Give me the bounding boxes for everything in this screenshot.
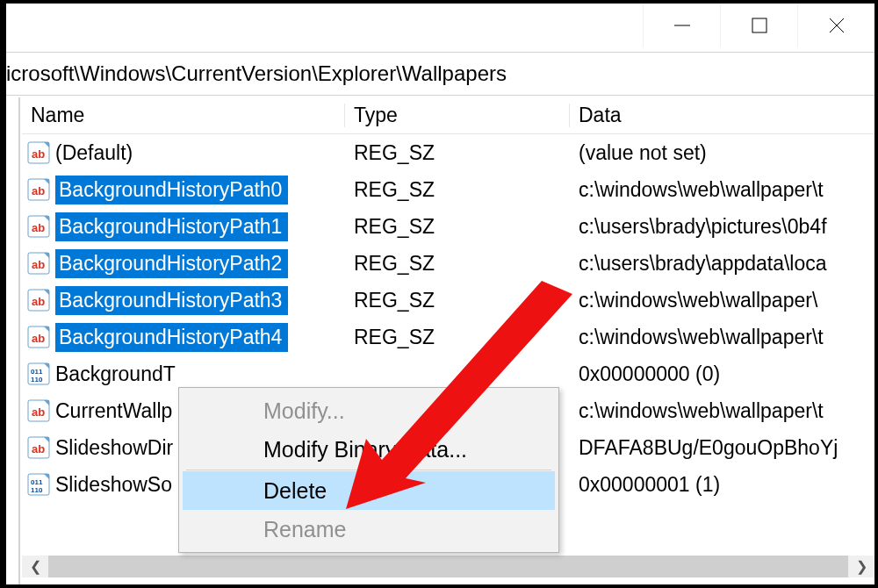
data-cell: DFAFA8BUg/E0gouOpBhoYj (570, 436, 874, 460)
value-name: BackgroundT (55, 362, 176, 386)
scroll-track[interactable] (48, 556, 848, 577)
binary-value-icon: 011110 (27, 473, 50, 496)
data-cell: c:\windows\web\wallpaper\t (570, 178, 874, 202)
value-name: SlideshowDir (55, 436, 173, 460)
maximize-button[interactable] (720, 4, 797, 47)
svg-text:ab: ab (32, 332, 45, 345)
svg-text:ab: ab (32, 221, 45, 234)
ctx-delete[interactable]: Delete (183, 471, 555, 510)
data-cell: (value not set) (570, 141, 874, 165)
string-value-icon: ab (27, 436, 50, 459)
header-type[interactable]: Type (345, 104, 570, 127)
type-cell: REG_SZ (345, 215, 570, 239)
name-cell: abBackgroundHistoryPath2 (22, 249, 345, 278)
window-controls (643, 4, 874, 47)
name-cell: abBackgroundHistoryPath0 (22, 176, 345, 204)
column-headers[interactable]: Name Type Data (22, 97, 874, 134)
table-row[interactable]: abBackgroundHistoryPath3REG_SZc:\windows… (22, 282, 874, 319)
svg-text:ab: ab (32, 405, 45, 419)
name-cell: abBackgroundHistoryPath3 (22, 286, 345, 315)
regedit-window: icrosoft\Windows\CurrentVersion\Explorer… (4, 2, 876, 586)
table-row[interactable]: abBackgroundHistoryPath4REG_SZc:\windows… (22, 319, 874, 355)
minimize-button[interactable] (643, 4, 720, 47)
scroll-thumb[interactable] (48, 556, 848, 577)
name-cell: abBackgroundHistoryPath4 (22, 323, 345, 352)
string-value-icon: ab (27, 326, 50, 348)
value-name: BackgroundHistoryPath2 (55, 249, 288, 278)
svg-text:ab: ab (32, 442, 45, 455)
tree-splitter[interactable] (6, 97, 20, 584)
ctx-modify-binary-label: Modify Binary Data... (263, 437, 467, 462)
list-bottom-gap (22, 577, 874, 584)
close-button[interactable] (797, 4, 874, 47)
type-cell: REG_SZ (345, 252, 570, 276)
table-row[interactable]: abBackgroundHistoryPath0REG_SZc:\windows… (22, 171, 874, 208)
value-name: BackgroundHistoryPath0 (55, 176, 288, 204)
string-value-icon: ab (27, 252, 50, 275)
data-cell: c:\windows\web\wallpaper\t (570, 399, 874, 423)
svg-text:ab: ab (32, 147, 45, 161)
value-name: SlideshowSo (55, 473, 172, 497)
header-data[interactable]: Data (570, 104, 874, 127)
data-cell: c:\users\brady\appdata\loca (570, 252, 874, 276)
ctx-separator (186, 470, 551, 470)
table-row[interactable]: ab(Default)REG_SZ(value not set) (22, 134, 874, 171)
horizontal-scrollbar[interactable]: ❮ ❯ (22, 556, 874, 577)
name-cell: 011110BackgroundT (22, 362, 345, 386)
scroll-left-button[interactable]: ❮ (22, 556, 48, 577)
table-row[interactable]: abBackgroundHistoryPath1REG_SZc:\users\b… (22, 208, 874, 245)
string-value-icon: ab (27, 141, 50, 164)
string-value-icon: ab (27, 289, 50, 312)
svg-text:ab: ab (32, 184, 45, 197)
ctx-modify[interactable]: Modify... (183, 391, 555, 430)
type-cell: REG_SZ (345, 289, 570, 312)
scroll-right-button[interactable]: ❯ (848, 556, 874, 577)
svg-text:ab: ab (32, 295, 45, 308)
name-cell: abBackgroundHistoryPath1 (22, 212, 345, 241)
svg-text:ab: ab (32, 258, 45, 271)
svg-text:110: 110 (31, 376, 43, 384)
data-cell: c:\windows\web\wallpaper\t (570, 326, 874, 349)
type-cell: REG_SZ (345, 326, 570, 349)
data-cell: 0x00000001 (1) (570, 473, 874, 497)
header-name[interactable]: Name (22, 104, 345, 127)
title-bar (6, 4, 874, 53)
maximize-icon (721, 4, 797, 47)
svg-text:110: 110 (31, 486, 43, 494)
string-value-icon: ab (27, 215, 50, 238)
svg-rect-1 (752, 18, 766, 32)
address-text: icrosoft\Windows\CurrentVersion\Explorer… (6, 61, 507, 86)
value-name: BackgroundHistoryPath1 (55, 212, 288, 241)
chevron-right-icon: ❯ (856, 558, 867, 575)
close-icon (798, 4, 874, 47)
svg-text:011: 011 (31, 368, 43, 376)
context-menu: Modify... Modify Binary Data... Delete R… (178, 387, 559, 553)
string-value-icon: ab (27, 399, 50, 422)
type-cell: REG_SZ (345, 141, 570, 165)
name-cell: ab(Default) (22, 141, 345, 165)
ctx-modify-label: Modify... (263, 398, 345, 423)
type-cell: REG_SZ (345, 178, 570, 202)
value-name: BackgroundHistoryPath4 (55, 323, 288, 352)
table-row[interactable]: abBackgroundHistoryPath2REG_SZc:\users\b… (22, 245, 874, 282)
binary-value-icon: 011110 (27, 362, 50, 385)
ctx-rename-label: Rename (263, 517, 347, 541)
data-cell: c:\users\brady\pictures\0b4f (570, 215, 874, 239)
ctx-modify-binary[interactable]: Modify Binary Data... (183, 430, 555, 469)
string-value-icon: ab (27, 178, 50, 201)
ctx-rename[interactable]: Rename (183, 510, 555, 549)
value-name: CurrentWallp (55, 399, 172, 423)
value-name: (Default) (55, 141, 133, 165)
chevron-left-icon: ❮ (30, 558, 41, 575)
value-name: BackgroundHistoryPath3 (55, 286, 288, 315)
address-bar[interactable]: icrosoft\Windows\CurrentVersion\Explorer… (6, 53, 874, 96)
minimize-icon (644, 4, 720, 47)
svg-text:011: 011 (31, 478, 43, 486)
data-cell: 0x00000000 (0) (570, 362, 874, 386)
ctx-delete-label: Delete (263, 478, 327, 503)
data-cell: c:\windows\web\wallpaper\ (570, 289, 874, 312)
